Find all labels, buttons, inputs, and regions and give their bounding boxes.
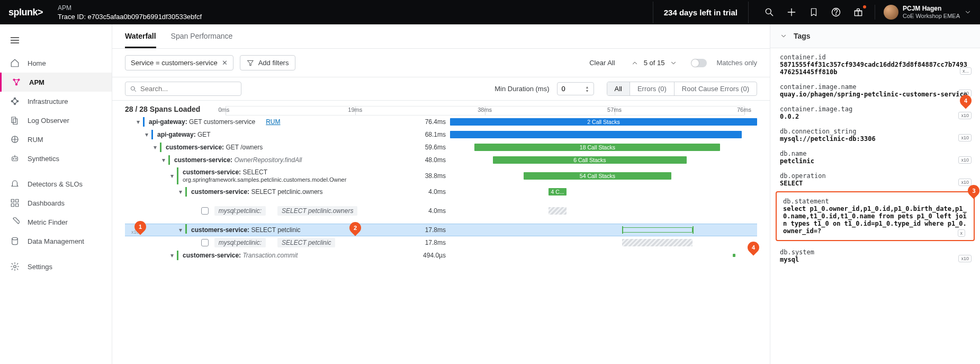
- apm-icon: [11, 77, 22, 87]
- tags-header[interactable]: Tags: [770, 24, 980, 48]
- seg-all[interactable]: All: [607, 82, 630, 95]
- min-duration-field[interactable]: [562, 85, 583, 93]
- tag-item[interactable]: db.statementselect p1_0.owner_id,p1_0.id…: [776, 191, 975, 241]
- chevron-up-icon[interactable]: [631, 59, 639, 67]
- stepper-down-icon[interactable]: ▼: [586, 89, 589, 93]
- clear-all-button[interactable]: Clear All: [589, 59, 615, 67]
- expand-toggle-icon[interactable]: ▾: [143, 131, 150, 138]
- search-input[interactable]: [125, 82, 241, 96]
- span-bar[interactable]: 6 Call Stacks: [493, 156, 686, 164]
- tags-title: Tags: [794, 32, 811, 40]
- span-row[interactable]: ▾customers-service: SELECTorg.springfram…: [125, 166, 757, 185]
- tag-item[interactable]: db.namepetclinicx10: [770, 145, 980, 167]
- sidebar-item-settings[interactable]: Settings: [0, 257, 112, 276]
- svg-line-15: [14, 80, 17, 85]
- add-filters-button[interactable]: Add filters: [240, 55, 296, 70]
- expand-toggle-icon[interactable]: ▾: [177, 226, 184, 234]
- rum-link[interactable]: RUM: [266, 118, 280, 126]
- tabs: Waterfall Span Performance: [112, 24, 770, 49]
- span-row[interactable]: ▾customers-service: OwnerRepository.find…: [125, 154, 757, 166]
- sidebar-item-data[interactable]: Data Management: [0, 232, 112, 251]
- user-org: CoE Workshop EMEA: [903, 13, 960, 20]
- expand-toggle-icon[interactable]: ▾: [160, 156, 167, 164]
- tag-item[interactable]: db.systemmysqlx10: [770, 243, 980, 265]
- matches-only-toggle[interactable]: [691, 59, 707, 67]
- span-label: customers-service: SELECT petclinic: [191, 226, 301, 234]
- span-row[interactable]: mysql:petclinic:SELECT petclinic17.8ms: [125, 236, 757, 249]
- gift-icon[interactable]: [852, 6, 864, 18]
- sidebar-item-rum[interactable]: RUM: [0, 130, 112, 149]
- user-menu[interactable]: PCJM Hagen CoE Workshop EMEA: [875, 5, 972, 20]
- svg-line-1: [770, 14, 772, 16]
- span-row[interactable]: mysql:petclinic:SELECT petclinic.owners4…: [125, 198, 757, 224]
- span-bar[interactable]: 54 Call Stacks: [524, 172, 671, 180]
- tag-item[interactable]: db.connection_stringmysql://petclinic-db…: [770, 122, 980, 145]
- span-duration: 38.8ms: [425, 172, 450, 180]
- span-label: api-gateway: GET customers-service: [149, 118, 255, 126]
- filter-chip[interactable]: Service = customers-service ✕: [125, 55, 233, 70]
- seg-errors[interactable]: Errors (0): [630, 82, 674, 95]
- close-icon[interactable]: ✕: [222, 59, 228, 67]
- span-row[interactable]: ▾customers-service: Transaction.commit49…: [125, 249, 757, 262]
- timeline-tick: 57ms: [607, 106, 622, 113]
- svg-point-5: [836, 14, 837, 15]
- tag-key: container.id: [780, 54, 970, 61]
- expand-toggle-icon[interactable]: ▾: [168, 172, 176, 180]
- tag-item[interactable]: db.operationSELECTx10: [770, 167, 980, 189]
- search-icon[interactable]: [763, 6, 775, 18]
- span-row[interactable]: ▾api-gateway: GET customers-serviceRUM76…: [125, 116, 757, 128]
- tab-waterfall[interactable]: Waterfall: [125, 32, 156, 48]
- filter-chip-label: Service = customers-service: [131, 59, 218, 67]
- span-bar[interactable]: 2 Call Stacks: [450, 118, 757, 126]
- service-color-bar: [151, 130, 153, 139]
- menu-toggle-icon[interactable]: [0, 29, 112, 54]
- min-duration-input[interactable]: ▲▼: [557, 82, 594, 95]
- tag-item[interactable]: container.id5871555f4f31c357cf9349cadc16…: [770, 48, 980, 78]
- span-bar[interactable]: 18 Call Stacks: [474, 144, 720, 151]
- sidebar-item-metric[interactable]: Metric Finder: [0, 212, 112, 232]
- bar-zone: [450, 238, 757, 247]
- service-color-bar: [185, 224, 187, 234]
- sidebar-item-detectors[interactable]: Detectors & SLOs: [0, 174, 112, 193]
- chevron-down-icon: [964, 8, 972, 16]
- sidebar-item-home[interactable]: Home: [0, 54, 112, 73]
- bookmark-icon[interactable]: [808, 6, 820, 18]
- span-bar[interactable]: [622, 239, 693, 246]
- span-duration: 17.8ms: [425, 239, 450, 246]
- span-bar[interactable]: [733, 254, 736, 257]
- sidebar-item-synth[interactable]: Synthetics: [0, 149, 112, 168]
- span-row[interactable]: 1x10▾customers-service: SELECT petclinic…: [125, 224, 757, 236]
- span-duration: 494.0µs: [423, 252, 450, 259]
- span-bar[interactable]: 4 C...: [549, 188, 567, 196]
- tag-value: 5871555f4f31c357cf9349cadc16dd2f3d8f8488…: [780, 61, 970, 76]
- span-row[interactable]: ▾api-gateway: GET68.1ms: [125, 128, 757, 141]
- expand-toggle-icon[interactable]: ▾: [168, 252, 176, 259]
- span-bar[interactable]: [450, 131, 742, 138]
- sidebar-item-logs[interactable]: Log Observer: [0, 111, 112, 130]
- tag-item[interactable]: container.image.namequay.io/phagen/sprin…: [770, 78, 980, 100]
- expand-toggle-icon[interactable]: ▾: [177, 188, 184, 196]
- seg-root-cause[interactable]: Root Cause Errors (0): [674, 82, 757, 95]
- breadcrumb-app[interactable]: APM: [58, 4, 202, 12]
- user-name: PCJM Hagen: [903, 5, 960, 12]
- stepper-up-icon[interactable]: ▲: [586, 85, 589, 89]
- svg-rect-35: [11, 204, 14, 207]
- svg-rect-37: [13, 217, 20, 224]
- tab-span-performance[interactable]: Span Performance: [171, 32, 233, 48]
- span-bar[interactable]: [622, 227, 693, 233]
- svg-rect-34: [16, 199, 19, 202]
- sidebar-item-infra[interactable]: Infrastructure: [0, 92, 112, 111]
- span-row[interactable]: ▾customers-service: GET /owners59.6ms18 …: [125, 141, 757, 154]
- sidebar-item-dash[interactable]: Dashboards: [0, 193, 112, 212]
- tag-item[interactable]: container.image.tag0.0.2x10: [770, 100, 980, 122]
- plus-icon[interactable]: [786, 6, 797, 18]
- span-row[interactable]: ▾customers-service: SELECT petclinic.own…: [125, 185, 757, 198]
- span-bar[interactable]: [549, 207, 567, 215]
- search-field[interactable]: [140, 85, 237, 93]
- help-icon[interactable]: [830, 6, 842, 18]
- chevron-down-icon[interactable]: [670, 59, 677, 67]
- sidebar-item-apm[interactable]: APM: [0, 73, 112, 92]
- expand-toggle-icon[interactable]: ▾: [151, 144, 159, 151]
- tag-badge: x10: [958, 156, 972, 164]
- expand-toggle-icon[interactable]: ▾: [134, 118, 142, 126]
